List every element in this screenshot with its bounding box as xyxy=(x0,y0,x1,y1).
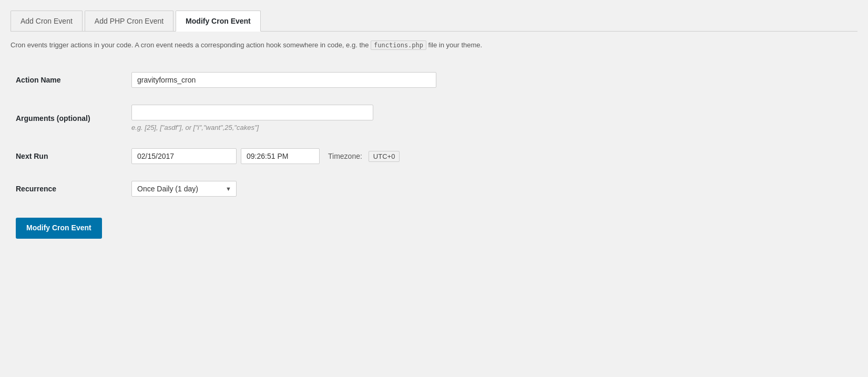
recurrence-select[interactable]: Once Daily (1 day)Twice Daily (12 hours)… xyxy=(131,181,237,197)
next-run-date-input[interactable] xyxy=(131,148,237,164)
page-description: Cron events trigger actions in your code… xyxy=(11,40,857,51)
form-table: Action Name Arguments (optional) e.g. [2… xyxy=(16,64,857,205)
next-run-time-input[interactable] xyxy=(241,148,320,164)
action-name-input[interactable] xyxy=(131,72,436,88)
next-run-inputs: Timezone: UTC+0 xyxy=(131,148,857,164)
description-code: functions.php xyxy=(371,40,426,50)
tabs-bar: Add Cron Event Add PHP Cron Event Modify… xyxy=(11,11,857,32)
form-area: Action Name Arguments (optional) e.g. [2… xyxy=(11,64,857,239)
action-name-row: Action Name xyxy=(16,64,857,96)
arguments-hint: e.g. [25], ["asdf"], or ["i","want",25,"… xyxy=(131,124,857,131)
recurrence-row: Recurrence Once Daily (1 day)Twice Daily… xyxy=(16,172,857,205)
arguments-row: Arguments (optional) e.g. [25], ["asdf"]… xyxy=(16,96,857,140)
next-run-label: Next Run xyxy=(16,140,131,172)
submit-section: Modify Cron Event xyxy=(16,218,857,239)
timezone-badge: UTC+0 xyxy=(369,151,400,162)
next-run-row: Next Run Timezone: UTC+0 xyxy=(16,140,857,172)
recurrence-select-wrapper: Once Daily (1 day)Twice Daily (12 hours)… xyxy=(131,181,237,197)
tab-add-php-cron[interactable]: Add PHP Cron Event xyxy=(85,11,173,31)
action-name-label: Action Name xyxy=(16,64,131,96)
page-wrapper: Add Cron Event Add PHP Cron Event Modify… xyxy=(0,0,868,377)
modify-cron-button[interactable]: Modify Cron Event xyxy=(16,218,102,239)
tab-modify-cron[interactable]: Modify Cron Event xyxy=(176,11,261,32)
timezone-label: Timezone: xyxy=(328,152,362,160)
description-text-after: file in your theme. xyxy=(426,41,482,49)
recurrence-label: Recurrence xyxy=(16,172,131,205)
description-text-before: Cron events trigger actions in your code… xyxy=(11,41,371,49)
arguments-label: Arguments (optional) xyxy=(16,96,131,140)
tab-add-cron[interactable]: Add Cron Event xyxy=(11,11,83,31)
arguments-input[interactable] xyxy=(131,105,373,120)
